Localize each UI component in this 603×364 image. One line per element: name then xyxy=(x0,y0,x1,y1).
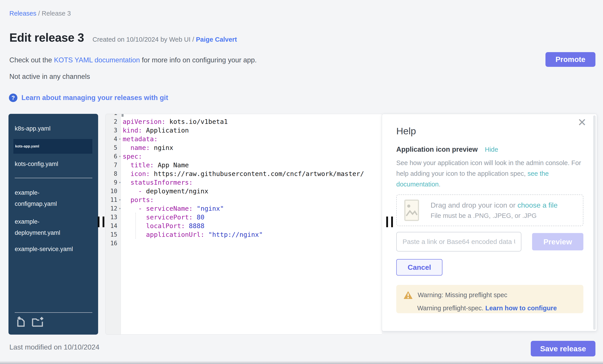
code-text: spec: xyxy=(121,153,142,160)
code-line-15[interactable]: 15 applicationUrl: "http://nginx" xyxy=(106,230,382,239)
intro-post: for more info on configuring your app. xyxy=(140,56,257,64)
breadcrumb-releases-link[interactable]: Releases xyxy=(9,10,36,17)
created-info: Created on 10/10/2024 by Web UI / Paige … xyxy=(93,36,237,43)
help-desc-text: See how your application icon will look … xyxy=(396,159,581,177)
edit-release-page: Releases / Release 3 Edit release 3 Crea… xyxy=(0,0,603,364)
code-line-14[interactable]: 14 localPort: 8888 xyxy=(106,221,382,230)
close-icon[interactable]: ✕ xyxy=(578,117,587,128)
breadcrumb-separator: / xyxy=(36,10,42,17)
help-panel: ✕ Help Application icon preview Hide See… xyxy=(382,114,597,331)
file-item-example-service.yaml[interactable]: example-service.yaml xyxy=(9,245,98,254)
help-scrollbar[interactable] xyxy=(593,115,596,330)
icon-url-input[interactable] xyxy=(396,232,521,252)
code-line-7[interactable]: 7 title: App Name xyxy=(106,161,382,169)
sidebar-bottom-divider xyxy=(15,312,92,313)
line-number: 3 xyxy=(106,127,121,134)
sidebar-bottom xyxy=(9,312,98,335)
line-number: 6▾ xyxy=(106,153,121,160)
choose-file-link[interactable]: choose a file xyxy=(518,201,558,209)
help-desc-period: . xyxy=(439,181,441,188)
code-lines: 1---2apiVersion: kots.io/v1beta13kind: A… xyxy=(106,114,382,247)
panel-resize-handle-left[interactable] xyxy=(98,217,105,227)
created-text: Created on 10/10/2024 by Web UI / xyxy=(93,36,196,43)
question-circle-icon: ? xyxy=(9,94,17,102)
main-area: k8s-app.yamlkots-app.yamlkots-config.yam… xyxy=(0,114,603,335)
code-text: metadata: xyxy=(121,135,158,143)
line-number: 11▾ xyxy=(106,197,121,203)
line-number: 9▾ xyxy=(106,179,121,186)
preflight-warning-box: Warning: Missing preflight spec Warning … xyxy=(396,285,583,313)
file-list: k8s-app.yamlkots-app.yamlkots-config.yam… xyxy=(9,114,98,254)
file-list-divider xyxy=(15,178,92,178)
kots-yaml-doc-link[interactable]: KOTS YAML documentation xyxy=(54,56,140,64)
line-number: 10 xyxy=(106,188,121,195)
code-text: icon: https://raw.githubusercontent.com/… xyxy=(121,170,364,177)
fold-arrow-icon[interactable]: ▾ xyxy=(119,198,121,202)
editor-cursor xyxy=(122,114,124,117)
code-text: ports: xyxy=(121,196,154,204)
line-number: 14 xyxy=(106,222,121,229)
fold-arrow-icon[interactable]: ▾ xyxy=(119,137,121,141)
code-line-13[interactable]: 13 servicePort: 80 xyxy=(106,213,382,221)
line-number: 1 xyxy=(106,114,121,116)
save-release-button[interactable]: Save release xyxy=(531,341,595,356)
yaml-editor[interactable]: 1---2apiVersion: kots.io/v1beta13kind: A… xyxy=(105,114,382,335)
line-number: 12▾ xyxy=(106,205,121,212)
breadcrumb-current: Release 3 xyxy=(42,10,71,17)
file-item-k8s-app.yaml[interactable]: k8s-app.yaml xyxy=(9,124,98,133)
code-line-11[interactable]: 11▾ ports: xyxy=(106,195,382,204)
line-number: 4▾ xyxy=(106,136,121,142)
code-line-4[interactable]: 4▾metadata: xyxy=(106,134,382,143)
dropzone-text: Drag and drop your icon or xyxy=(431,201,518,209)
code-line-8[interactable]: 8 icon: https://raw.githubusercontent.co… xyxy=(106,169,382,178)
help-title: Help xyxy=(396,126,583,137)
icon-dropzone[interactable]: Drag and drop your icon or choose a file… xyxy=(396,195,583,226)
file-item-example-configmap.yaml[interactable]: example-configmap.yaml xyxy=(9,187,98,210)
code-line-5[interactable]: 5 name: nginx xyxy=(106,143,382,152)
code-text: - deployment/nginx xyxy=(121,187,208,195)
warning-title: Warning: Missing preflight spec xyxy=(418,291,507,299)
add-folder-icon[interactable] xyxy=(32,316,44,328)
file-item-kots-app.yaml[interactable]: kots-app.yaml xyxy=(13,139,92,154)
image-placeholder-icon xyxy=(404,199,419,221)
promote-button[interactable]: Promote xyxy=(545,52,595,67)
code-text: name: nginx xyxy=(121,144,173,152)
code-line-16[interactable]: 16 xyxy=(106,239,382,247)
code-line-2[interactable]: 2apiVersion: kots.io/v1beta1 xyxy=(106,117,382,126)
code-line-1[interactable]: 1--- xyxy=(106,114,382,117)
fold-arrow-icon[interactable]: ▾ xyxy=(119,154,121,158)
code-line-6[interactable]: 6▾spec: xyxy=(106,152,382,161)
file-item-example-deployment.yaml[interactable]: example-deployment.yaml xyxy=(9,216,98,238)
code-line-12[interactable]: 12▾ - serviceName: "nginx" xyxy=(106,204,382,213)
panel-resize-handle-right[interactable] xyxy=(386,217,393,227)
code-text: apiVersion: kots.io/v1beta1 xyxy=(121,118,228,125)
git-help-link[interactable]: Learn about managing your releases with … xyxy=(21,94,168,102)
warning-triangle-icon xyxy=(403,291,413,299)
intro-line: Check out the KOTS YAML documentation fo… xyxy=(9,56,257,64)
file-item-kots-config.yaml[interactable]: kots-config.yaml xyxy=(9,159,98,168)
code-text: applicationUrl: "http://nginx" xyxy=(121,231,263,238)
git-help-row[interactable]: ? Learn about managing your releases wit… xyxy=(9,94,168,102)
code-text: servicePort: 80 xyxy=(121,213,205,221)
add-file-icon[interactable] xyxy=(16,316,26,328)
cancel-button[interactable]: Cancel xyxy=(396,259,442,276)
code-line-3[interactable]: 3kind: Application xyxy=(106,126,382,134)
code-text: title: App Name xyxy=(121,161,189,169)
code-text: localPort: 8888 xyxy=(121,222,205,230)
line-number: 15 xyxy=(106,231,121,238)
fold-arrow-icon[interactable]: ▾ xyxy=(119,180,121,185)
code-line-9[interactable]: 9▾ statusInformers: xyxy=(106,178,382,187)
fold-arrow-icon[interactable]: ▾ xyxy=(119,207,121,210)
line-number: 8 xyxy=(106,170,121,177)
code-text: kind: Application xyxy=(121,127,189,134)
created-author-link[interactable]: Paige Calvert xyxy=(196,36,237,43)
code-line-10[interactable]: 10 - deployment/nginx xyxy=(106,187,382,195)
preview-button[interactable]: Preview xyxy=(532,233,583,250)
window-bottom-edge xyxy=(0,361,603,364)
page-title: Edit release 3 xyxy=(9,31,84,44)
help-description: See how your application icon will look … xyxy=(396,157,583,189)
code-text: statusInformers: xyxy=(121,179,193,186)
hide-link[interactable]: Hide xyxy=(485,146,498,153)
learn-configure-link[interactable]: Learn how to configure xyxy=(485,305,557,312)
intro-pre: Check out the xyxy=(9,56,54,64)
